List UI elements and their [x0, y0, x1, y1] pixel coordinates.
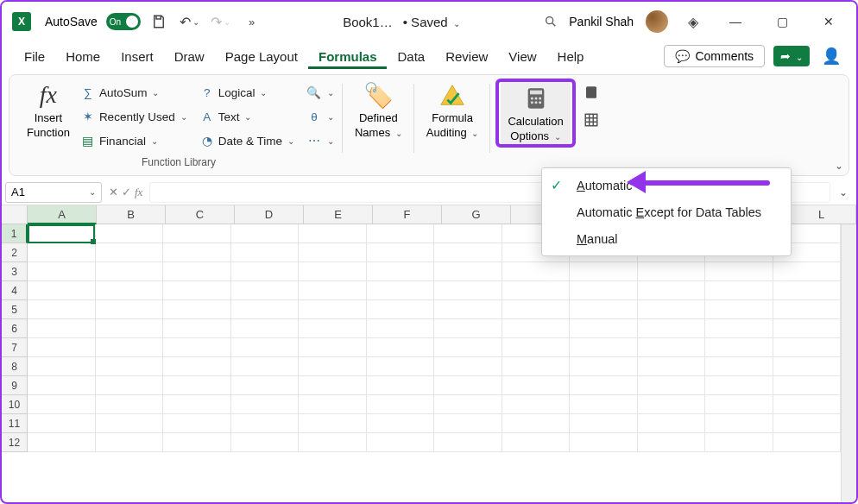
calculate-sheet-button[interactable]	[581, 110, 602, 130]
select-all-corner[interactable]	[2, 205, 28, 224]
formula-auditing-button[interactable]: Formula Auditing ⌄	[420, 79, 486, 141]
row-header[interactable]: 4	[2, 281, 28, 300]
cell[interactable]	[96, 300, 164, 319]
saved-status[interactable]: • Saved ⌄	[403, 15, 460, 29]
logical-button[interactable]: ?Logical⌄	[196, 80, 298, 104]
cell[interactable]	[163, 243, 231, 262]
cell[interactable]	[638, 433, 706, 452]
cell[interactable]	[299, 414, 367, 433]
cell[interactable]	[28, 224, 96, 243]
menu-item-manual[interactable]: ✓ Manual	[542, 225, 791, 252]
cell[interactable]	[28, 281, 96, 300]
qat-overflow-icon[interactable]: »	[239, 9, 265, 35]
cell[interactable]	[163, 281, 231, 300]
cell[interactable]	[367, 319, 435, 338]
cell[interactable]	[299, 433, 367, 452]
cell[interactable]	[28, 414, 96, 433]
cell[interactable]	[638, 262, 706, 281]
cell[interactable]	[434, 433, 502, 452]
cell[interactable]	[163, 395, 231, 414]
cell[interactable]	[28, 357, 96, 376]
cell[interactable]	[299, 338, 367, 357]
cell[interactable]	[434, 281, 502, 300]
cell[interactable]	[773, 262, 842, 281]
column-header[interactable]: C	[166, 205, 235, 224]
cell[interactable]	[773, 395, 842, 414]
row-header[interactable]: 7	[2, 338, 28, 357]
fx-icon[interactable]: fx	[135, 186, 142, 199]
math-button[interactable]: θ⌄	[303, 104, 338, 129]
ribbon-collapse-icon[interactable]: ⌄	[835, 160, 843, 172]
undo-icon[interactable]: ↶⌄	[177, 9, 203, 35]
row-header[interactable]: 11	[2, 414, 28, 433]
cell[interactable]	[96, 224, 164, 243]
cell[interactable]	[163, 319, 231, 338]
row-header[interactable]: 10	[2, 395, 28, 414]
cell[interactable]	[299, 262, 367, 281]
column-header[interactable]: B	[97, 205, 166, 224]
cell[interactable]	[367, 414, 435, 433]
cell[interactable]	[705, 414, 773, 433]
cancel-icon[interactable]: ✕	[109, 186, 118, 198]
cell[interactable]	[434, 262, 502, 281]
cell[interactable]	[705, 395, 773, 414]
cell[interactable]	[570, 300, 638, 319]
cell[interactable]	[502, 319, 571, 338]
cell[interactable]	[570, 395, 638, 414]
cell[interactable]	[502, 281, 571, 300]
cell[interactable]	[705, 281, 773, 300]
cell[interactable]	[570, 281, 638, 300]
cell[interactable]	[570, 262, 638, 281]
defined-names-button[interactable]: 🏷️ Defined Names ⌄	[348, 79, 409, 141]
cell[interactable]	[773, 433, 842, 452]
cell[interactable]	[773, 338, 842, 357]
cell[interactable]	[28, 300, 96, 319]
cell[interactable]	[231, 376, 300, 395]
cell[interactable]	[163, 433, 231, 452]
cell[interactable]	[28, 319, 96, 338]
autosum-button[interactable]: ∑AutoSum⌄	[77, 80, 191, 104]
tab-view[interactable]: View	[498, 44, 546, 69]
cell[interactable]	[502, 395, 571, 414]
row-header[interactable]: 1	[2, 224, 28, 243]
cell[interactable]	[163, 224, 231, 243]
cell[interactable]	[434, 319, 502, 338]
column-header[interactable]: F	[373, 205, 442, 224]
cell[interactable]	[231, 395, 300, 414]
cell[interactable]	[570, 414, 638, 433]
enter-icon[interactable]: ✓	[122, 186, 131, 198]
vertical-scrollbar[interactable]	[841, 224, 856, 504]
insert-function-button[interactable]: fx Insert Function	[20, 79, 77, 141]
cell[interactable]	[367, 357, 435, 376]
cell[interactable]	[299, 395, 367, 414]
cell[interactable]	[231, 338, 300, 357]
cell[interactable]	[299, 376, 367, 395]
column-header[interactable]: E	[304, 205, 373, 224]
cell[interactable]	[638, 338, 706, 357]
cell[interactable]	[163, 338, 231, 357]
user-name[interactable]: Pankil Shah	[569, 15, 634, 28]
cell[interactable]	[502, 414, 571, 433]
cell[interactable]	[367, 224, 435, 243]
cell[interactable]	[96, 243, 164, 262]
text-button[interactable]: AText⌄	[196, 104, 298, 129]
cell[interactable]	[434, 300, 502, 319]
cell[interactable]	[638, 300, 706, 319]
cell[interactable]	[705, 376, 773, 395]
row-header[interactable]: 3	[2, 262, 28, 281]
name-box[interactable]: A1⌄	[5, 182, 102, 203]
tab-review[interactable]: Review	[435, 44, 498, 69]
cell[interactable]	[299, 319, 367, 338]
cell[interactable]	[96, 338, 164, 357]
cell[interactable]	[638, 357, 706, 376]
cell[interactable]	[434, 376, 502, 395]
cell[interactable]	[299, 281, 367, 300]
cell[interactable]	[367, 433, 435, 452]
cell[interactable]	[502, 376, 571, 395]
tab-insert[interactable]: Insert	[110, 44, 164, 69]
cell[interactable]	[570, 357, 638, 376]
user-add-icon[interactable]: 👤	[818, 43, 844, 69]
cell[interactable]	[502, 300, 571, 319]
cell[interactable]	[773, 376, 842, 395]
date-time-button[interactable]: ◔Date & Time⌄	[196, 129, 298, 153]
